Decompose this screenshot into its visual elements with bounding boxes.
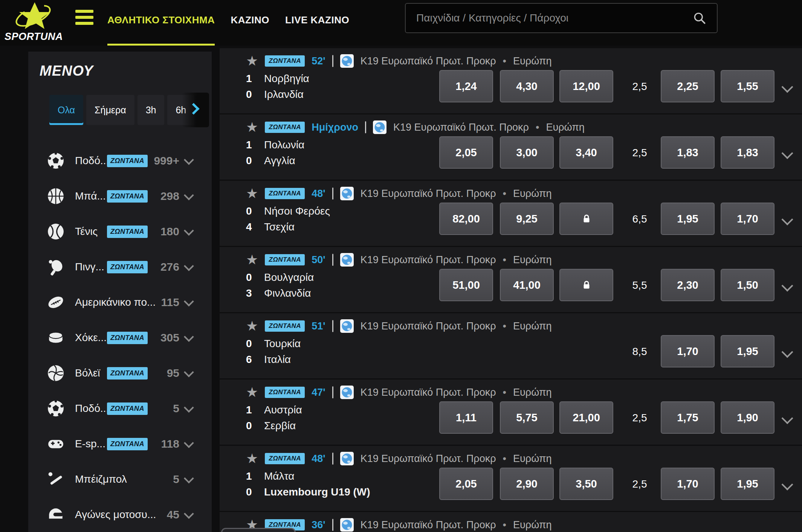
- favorite-star-icon[interactable]: ★: [246, 452, 258, 465]
- odds-button-1x2[interactable]: 5,75: [500, 401, 554, 434]
- sidebar-item-sport[interactable]: Ποδό...ΖΩΝΤΑΝΑ999+: [28, 143, 212, 178]
- football-icon: [47, 400, 64, 417]
- odds-button-over-under[interactable]: 2,25: [661, 70, 715, 102]
- sidebar-item-sport[interactable]: Χόκε...ΖΩΝΤΑΝΑ305: [28, 320, 212, 355]
- live-badge: ΖΩΝΤΑΝΑ: [265, 254, 305, 265]
- expand-chevron-icon[interactable]: [781, 81, 793, 93]
- odds-button-1x2[interactable]: 3,00: [500, 136, 554, 169]
- sidebar-item-sport[interactable]: Αμερικάνικο πο...115: [28, 285, 212, 320]
- odds-button-over-under[interactable]: 2,30: [661, 269, 715, 301]
- odds-button-1x2[interactable]: 2,90: [500, 468, 554, 500]
- expand-chevron-icon[interactable]: [781, 213, 793, 225]
- team-score: 6: [246, 354, 259, 366]
- odds-button-1x2[interactable]: 3,40: [559, 136, 613, 169]
- odds-button-over-under[interactable]: 1,70: [721, 203, 775, 235]
- favorite-star-icon[interactable]: ★: [246, 187, 258, 200]
- filter-tab-ολα[interactable]: Ολα: [49, 95, 83, 125]
- odds-button-over-under[interactable]: 1,83: [721, 136, 775, 169]
- odds-button-over-under[interactable]: 1,50: [721, 269, 775, 301]
- chevron-down-icon[interactable]: [184, 402, 194, 413]
- chevron-down-icon[interactable]: [184, 190, 194, 200]
- odds-button-1x2[interactable]: 2,05: [439, 136, 493, 169]
- sidebar-item-sport[interactable]: ΒόλεϊΖΩΝΤΑΝΑ95: [28, 355, 212, 391]
- odds-button-locked[interactable]: [559, 203, 613, 235]
- odds-button-locked[interactable]: [559, 269, 613, 301]
- logo[interactable]: SPORTUNA: [5, 1, 69, 44]
- odds-button-over-under[interactable]: 1,70: [661, 468, 715, 500]
- odds-button-over-under[interactable]: 1,90: [721, 401, 775, 434]
- search-input[interactable]: [416, 12, 692, 24]
- sidebar-item-sport[interactable]: Μπά...ΖΩΝΤΑΝΑ298: [28, 178, 212, 214]
- odds-button-1x2[interactable]: 12,00: [559, 70, 613, 102]
- sidebar-item-sport[interactable]: Μπέιζμπολ5: [28, 462, 212, 497]
- odds-button-1x2[interactable]: 3,50: [559, 468, 613, 500]
- team-score: 0: [246, 271, 259, 284]
- odds-button-over-under[interactable]: 1,83: [661, 136, 715, 169]
- chevron-down-icon[interactable]: [184, 261, 194, 271]
- bullet: •: [503, 55, 506, 67]
- filter-tab-3h[interactable]: 3h: [137, 95, 165, 125]
- odds-button-1x2[interactable]: 1,24: [439, 70, 493, 102]
- sidebar-item-sport[interactable]: Ποδό...ΖΩΝΤΑΝΑ5: [28, 391, 212, 426]
- live-badge: ΖΩΝΤΑΝΑ: [265, 122, 305, 133]
- favorite-star-icon[interactable]: ★: [246, 54, 258, 68]
- bullet: •: [503, 320, 506, 332]
- odds-button-over-under[interactable]: 1,70: [661, 335, 715, 367]
- odds-button-over-under[interactable]: 1,95: [721, 468, 775, 500]
- search-box[interactable]: [405, 3, 718, 33]
- sport-count: 305: [160, 331, 179, 344]
- sidebar-item-sport[interactable]: ΤένιςΖΩΝΤΑΝΑ180: [28, 214, 212, 249]
- team-line: 0Luxembourg U19 (W): [246, 484, 370, 500]
- separator: [332, 453, 333, 465]
- odds-button-1x2[interactable]: 9,25: [500, 203, 554, 235]
- nav-item-live-casino[interactable]: LIVE KAZINO: [285, 0, 349, 46]
- team-score: 1: [246, 404, 259, 416]
- chevron-down-icon[interactable]: [184, 226, 194, 236]
- odds-button-1x2[interactable]: 41,00: [500, 269, 554, 301]
- sidebar-item-sport[interactable]: E-sp...ΖΩΝΤΑΝΑ118: [28, 426, 212, 462]
- search-icon[interactable]: [692, 11, 707, 26]
- odds-button-over-under[interactable]: 1,95: [721, 335, 775, 367]
- odds-button-over-under[interactable]: 1,75: [661, 401, 715, 434]
- favorite-star-icon[interactable]: ★: [246, 120, 258, 134]
- odds-button-1x2[interactable]: 82,00: [439, 203, 493, 235]
- chevron-down-icon[interactable]: [184, 155, 194, 165]
- filter-tab-σήμερα[interactable]: Σήμερα: [86, 95, 134, 125]
- odds-button-over-under[interactable]: 1,55: [721, 70, 775, 102]
- sidebar-item-sport[interactable]: Αγώνες μοτοσυ...45: [28, 497, 212, 532]
- expand-chevron-icon[interactable]: [781, 147, 793, 159]
- odds-button-1x2[interactable]: 4,30: [500, 70, 554, 102]
- table-tennis-icon: [47, 258, 64, 276]
- odds-button-1x2[interactable]: 2,05: [439, 468, 493, 500]
- sidebar-item-sport[interactable]: Πινγ...ΖΩΝΤΑΝΑ276: [28, 249, 212, 285]
- odds-button-1x2[interactable]: 21,00: [559, 401, 613, 434]
- lock-icon: [581, 279, 592, 291]
- chevron-down-icon[interactable]: [184, 296, 194, 306]
- teams-block: 1Μάλτα0Luxembourg U19 (W): [246, 468, 370, 500]
- expand-chevron-icon[interactable]: [781, 280, 793, 291]
- team-line: 0Τουρκία: [246, 336, 301, 352]
- favorite-star-icon[interactable]: ★: [246, 319, 258, 333]
- chevron-down-icon[interactable]: [184, 509, 194, 519]
- favorite-star-icon[interactable]: ★: [246, 253, 258, 267]
- sport-label: Βόλεϊ: [75, 367, 100, 379]
- match-time: 36': [312, 519, 325, 531]
- region-name: Ευρώπη: [513, 387, 551, 398]
- expand-chevron-icon[interactable]: [781, 412, 793, 424]
- odds-button-over-under[interactable]: 1,95: [661, 203, 715, 235]
- nav-item-casino[interactable]: ΚΑΖΙΝΟ: [231, 0, 269, 46]
- nav-item-sports[interactable]: ΑΘΛΗΤΙΚΟ ΣΤΟΙΧΗΜΑ: [107, 0, 215, 46]
- chevron-down-icon[interactable]: [184, 367, 194, 377]
- chevron-down-icon[interactable]: [184, 473, 194, 483]
- odds-button-1x2[interactable]: 1,11: [439, 401, 493, 434]
- favorite-star-icon[interactable]: ★: [246, 386, 258, 399]
- international-flag-icon: [373, 120, 386, 134]
- expand-chevron-icon[interactable]: [781, 346, 793, 358]
- chevron-down-icon[interactable]: [184, 438, 194, 448]
- menu-icon[interactable]: [75, 10, 93, 25]
- odds-button-1x2[interactable]: 51,00: [439, 269, 493, 301]
- bullet: •: [503, 188, 506, 200]
- live-badge: ΖΩΝΤΑΝΑ: [107, 261, 148, 273]
- expand-chevron-icon[interactable]: [781, 479, 793, 490]
- chevron-down-icon[interactable]: [184, 332, 194, 342]
